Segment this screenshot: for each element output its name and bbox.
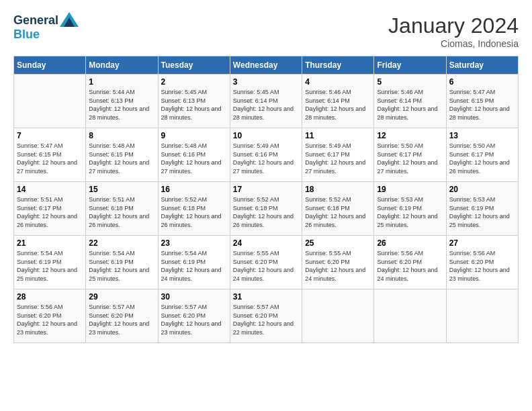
day-number: 21: [17, 238, 83, 248]
calendar-cell: [374, 289, 446, 343]
calendar-cell: 14Sunrise: 5:51 AMSunset: 6:17 PMDayligh…: [14, 182, 86, 236]
day-number: 30: [161, 292, 227, 302]
calendar-cell: 18Sunrise: 5:52 AMSunset: 6:18 PMDayligh…: [302, 182, 374, 236]
calendar-week-row: 14Sunrise: 5:51 AMSunset: 6:17 PMDayligh…: [14, 182, 519, 236]
weekday-header: Wednesday: [230, 56, 302, 75]
day-info: Sunrise: 5:54 AMSunset: 6:19 PMDaylight:…: [161, 249, 227, 283]
day-number: 1: [89, 77, 154, 87]
day-info: Sunrise: 5:55 AMSunset: 6:20 PMDaylight:…: [305, 249, 371, 283]
day-info: Sunrise: 5:52 AMSunset: 6:18 PMDaylight:…: [161, 195, 227, 229]
calendar-cell: 3Sunrise: 5:45 AMSunset: 6:14 PMDaylight…: [230, 75, 302, 128]
day-number: 6: [449, 77, 515, 87]
calendar-table: SundayMondayTuesdayWednesdayThursdayFrid…: [13, 56, 519, 343]
day-number: 28: [17, 292, 83, 302]
day-number: 26: [377, 238, 443, 248]
day-info: Sunrise: 5:48 AMSunset: 6:16 PMDaylight:…: [161, 142, 227, 175]
day-info: Sunrise: 5:51 AMSunset: 6:18 PMDaylight:…: [89, 195, 154, 229]
calendar-cell: 5Sunrise: 5:46 AMSunset: 6:14 PMDaylight…: [374, 75, 446, 128]
day-info: Sunrise: 5:52 AMSunset: 6:18 PMDaylight:…: [305, 195, 371, 229]
day-number: 9: [161, 131, 227, 140]
day-number: 18: [305, 185, 371, 194]
day-number: 29: [89, 292, 154, 302]
day-number: 17: [233, 185, 299, 194]
calendar-cell: 13Sunrise: 5:50 AMSunset: 6:17 PMDayligh…: [446, 128, 518, 182]
day-number: 10: [233, 131, 299, 140]
day-number: 8: [89, 131, 154, 140]
day-number: 13: [449, 131, 515, 140]
day-number: 2: [161, 77, 227, 87]
day-info: Sunrise: 5:50 AMSunset: 6:17 PMDaylight:…: [449, 142, 515, 175]
day-info: Sunrise: 5:56 AMSunset: 6:20 PMDaylight:…: [449, 249, 515, 283]
day-number: 31: [233, 292, 299, 302]
calendar-week-row: 28Sunrise: 5:56 AMSunset: 6:20 PMDayligh…: [14, 289, 519, 343]
day-number: 5: [377, 77, 443, 87]
calendar-cell: 6Sunrise: 5:47 AMSunset: 6:15 PMDaylight…: [446, 75, 518, 128]
day-info: Sunrise: 5:46 AMSunset: 6:14 PMDaylight:…: [377, 88, 443, 122]
day-info: Sunrise: 5:54 AMSunset: 6:19 PMDaylight:…: [17, 249, 83, 283]
calendar-cell: 19Sunrise: 5:53 AMSunset: 6:19 PMDayligh…: [374, 182, 446, 236]
day-info: Sunrise: 5:54 AMSunset: 6:19 PMDaylight:…: [89, 249, 154, 283]
calendar-cell: 21Sunrise: 5:54 AMSunset: 6:19 PMDayligh…: [14, 236, 86, 289]
month-year-title: January 2024: [388, 13, 519, 38]
page-header: General Blue January 2024 Ciomas, Indone…: [13, 13, 519, 49]
calendar-cell: 20Sunrise: 5:53 AMSunset: 6:19 PMDayligh…: [446, 182, 518, 236]
weekday-header: Sunday: [14, 56, 86, 75]
day-info: Sunrise: 5:57 AMSunset: 6:20 PMDaylight:…: [161, 303, 227, 336]
weekday-header: Friday: [374, 56, 446, 75]
day-info: Sunrise: 5:49 AMSunset: 6:17 PMDaylight:…: [305, 142, 371, 175]
calendar-cell: 30Sunrise: 5:57 AMSunset: 6:20 PMDayligh…: [158, 289, 230, 343]
day-info: Sunrise: 5:51 AMSunset: 6:17 PMDaylight:…: [17, 195, 83, 229]
weekday-header: Saturday: [446, 56, 518, 75]
weekday-header: Tuesday: [158, 56, 230, 75]
day-info: Sunrise: 5:47 AMSunset: 6:15 PMDaylight:…: [17, 142, 83, 175]
day-info: Sunrise: 5:53 AMSunset: 6:19 PMDaylight:…: [449, 195, 515, 229]
day-number: 3: [233, 77, 299, 87]
weekday-header: Monday: [86, 56, 158, 75]
day-info: Sunrise: 5:47 AMSunset: 6:15 PMDaylight:…: [449, 88, 515, 122]
calendar-cell: 15Sunrise: 5:51 AMSunset: 6:18 PMDayligh…: [86, 182, 158, 236]
day-number: 22: [89, 238, 154, 248]
day-info: Sunrise: 5:53 AMSunset: 6:19 PMDaylight:…: [377, 195, 443, 229]
calendar-cell: 16Sunrise: 5:52 AMSunset: 6:18 PMDayligh…: [158, 182, 230, 236]
calendar-cell: 24Sunrise: 5:55 AMSunset: 6:20 PMDayligh…: [230, 236, 302, 289]
calendar-cell: 9Sunrise: 5:48 AMSunset: 6:16 PMDaylight…: [158, 128, 230, 182]
day-info: Sunrise: 5:44 AMSunset: 6:13 PMDaylight:…: [89, 88, 154, 122]
day-info: Sunrise: 5:49 AMSunset: 6:16 PMDaylight:…: [233, 142, 299, 175]
day-number: 7: [17, 131, 83, 140]
calendar-cell: 2Sunrise: 5:45 AMSunset: 6:13 PMDaylight…: [158, 75, 230, 128]
day-number: 16: [161, 185, 227, 194]
day-info: Sunrise: 5:46 AMSunset: 6:14 PMDaylight:…: [305, 88, 371, 122]
calendar-cell: 10Sunrise: 5:49 AMSunset: 6:16 PMDayligh…: [230, 128, 302, 182]
day-number: 14: [17, 185, 83, 194]
day-info: Sunrise: 5:55 AMSunset: 6:20 PMDaylight:…: [233, 249, 299, 283]
day-number: 15: [89, 185, 154, 194]
calendar-cell: 11Sunrise: 5:49 AMSunset: 6:17 PMDayligh…: [302, 128, 374, 182]
calendar-cell: 22Sunrise: 5:54 AMSunset: 6:19 PMDayligh…: [86, 236, 158, 289]
logo-blue-text: Blue: [13, 28, 40, 41]
day-info: Sunrise: 5:57 AMSunset: 6:20 PMDaylight:…: [233, 303, 299, 336]
day-number: 23: [161, 238, 227, 248]
calendar-cell: 28Sunrise: 5:56 AMSunset: 6:20 PMDayligh…: [14, 289, 86, 343]
day-info: Sunrise: 5:45 AMSunset: 6:14 PMDaylight:…: [233, 88, 299, 122]
calendar-week-row: 1Sunrise: 5:44 AMSunset: 6:13 PMDaylight…: [14, 75, 519, 128]
logo-text: General: [13, 14, 58, 28]
weekday-header-row: SundayMondayTuesdayWednesdayThursdayFrid…: [14, 56, 519, 75]
calendar-cell: 12Sunrise: 5:50 AMSunset: 6:17 PMDayligh…: [374, 128, 446, 182]
calendar-cell: 26Sunrise: 5:56 AMSunset: 6:20 PMDayligh…: [374, 236, 446, 289]
day-number: 25: [305, 238, 371, 248]
day-number: 27: [449, 238, 515, 248]
calendar-cell: 1Sunrise: 5:44 AMSunset: 6:13 PMDaylight…: [86, 75, 158, 128]
calendar-cell: 31Sunrise: 5:57 AMSunset: 6:20 PMDayligh…: [230, 289, 302, 343]
day-info: Sunrise: 5:48 AMSunset: 6:15 PMDaylight:…: [89, 142, 154, 175]
calendar-cell: 7Sunrise: 5:47 AMSunset: 6:15 PMDaylight…: [14, 128, 86, 182]
calendar-cell: 29Sunrise: 5:57 AMSunset: 6:20 PMDayligh…: [86, 289, 158, 343]
day-number: 19: [377, 185, 443, 194]
location-subtitle: Ciomas, Indonesia: [388, 38, 519, 49]
calendar-cell: [14, 75, 86, 128]
calendar-cell: [302, 289, 374, 343]
logo: General Blue: [13, 13, 80, 42]
day-info: Sunrise: 5:52 AMSunset: 6:18 PMDaylight:…: [233, 195, 299, 229]
calendar-cell: 4Sunrise: 5:46 AMSunset: 6:14 PMDaylight…: [302, 75, 374, 128]
day-info: Sunrise: 5:56 AMSunset: 6:20 PMDaylight:…: [377, 249, 443, 283]
day-number: 12: [377, 131, 443, 140]
